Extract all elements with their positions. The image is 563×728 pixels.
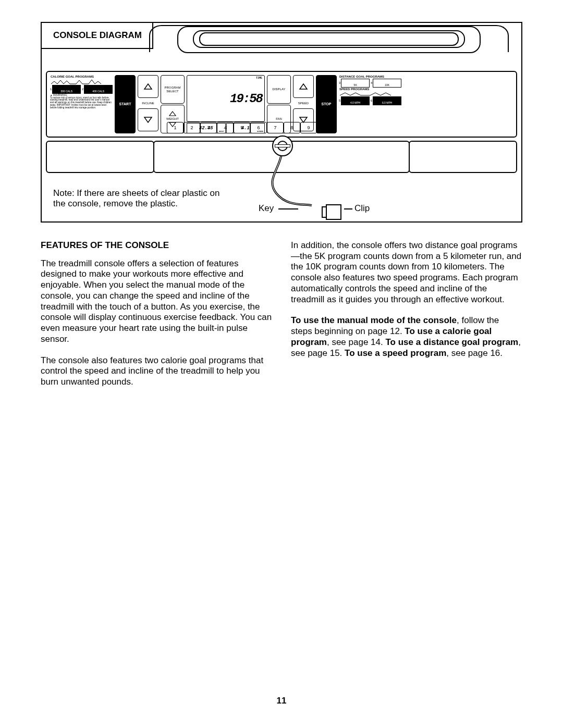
speed-profile-icon [339,92,400,96]
calorie-profile-icon [50,79,112,84]
distance-program-3[interactable]: 3 5K [339,79,370,87]
safety-clip-icon [322,203,344,219]
body-paragraph-3: In addition, the console offers two dist… [291,240,522,305]
calorie-heading: CALORIE GOAL PROGRAMS [50,75,113,78]
calorie-program-1[interactable]: 1 300 CALS [50,85,81,93]
svg-marker-1 [144,117,152,122]
page-number: 11 [0,696,563,706]
features-heading: FEATURES OF THE CONSOLE [41,240,272,251]
calorie-goal-block: CALORIE GOAL PROGRAMS 1 300 CALS 2 400 C… [50,75,113,133]
plastic-note-text: Note: If there are sheets of clear plast… [53,188,230,209]
speed-programs-heading: SPEED PROGRAMS [339,88,401,91]
warning-text: ▲ WARNING: To reduce risk of serious inj… [50,94,113,109]
quick-speed-3[interactable]: 3 [200,122,217,133]
safety-key-socket[interactable] [272,135,293,156]
body-columns: FEATURES OF THE CONSOLE The treadmill co… [41,240,522,398]
distance-program-4[interactable]: 4 10K [371,79,401,87]
lcd-time: TIME 19:58 [187,75,265,122]
start-button[interactable]: START [115,75,136,133]
incline-down-button[interactable] [138,108,158,131]
calorie-program-2[interactable]: 2 400 CALS [82,85,113,93]
quick-speed-4[interactable]: 4 [217,122,234,133]
console-top-outline [141,25,517,74]
console-diagram-box: CONSOLE DIAGRAM CALORIE GOAL PROGRAMS 1 … [41,22,522,223]
quick-speed-6[interactable]: 6 [250,122,267,133]
body-paragraph-2: The console also features two calorie go… [41,355,272,388]
speed-label: SPEED [293,99,314,107]
incline-controls: INCLINE [138,75,158,133]
program-select-button[interactable]: PROGRAM SELECT [161,75,185,104]
speed-program-6[interactable]: 6 6.0 MPH [371,97,401,104]
quick-speed-row: 1 2 3 4 5 6 7 8 9 10MPH [167,122,334,133]
distance-goal-block: DISTANCE GOAL PROGRAMS 3 5K 4 10K SPEED … [339,75,401,133]
body-paragraph-1: The treadmill console offers a selection… [41,258,272,345]
key-callout-label: Key [259,203,274,214]
diagram-title: CONSOLE DIAGRAM [41,22,153,49]
distance-heading: DISTANCE GOAL PROGRAMS [339,75,401,78]
quick-speed-8[interactable]: 8 [284,122,300,133]
quick-speed-2[interactable]: 2 [183,122,200,133]
clip-callout-label: Clip [354,203,370,214]
body-paragraph-4: To use the manual mode of the console, f… [291,315,522,359]
clip-callout-line [344,208,352,209]
quick-speed-5[interactable]: 5 [234,122,250,133]
up-arrow-icon [143,83,153,90]
quick-speed-7[interactable]: 7 [267,122,284,133]
display-button[interactable]: DISPLAY [267,75,291,104]
quick-speed-9[interactable]: 9 [300,122,317,133]
quick-speed-10[interactable]: 10MPH [317,122,334,133]
quick-speed-1[interactable]: 1 [167,122,183,133]
svg-marker-2 [169,112,176,116]
key-callout-line [278,208,298,209]
right-column: In addition, the console offers two dist… [291,240,522,398]
svg-marker-0 [144,84,152,89]
incline-up-button[interactable] [138,75,158,98]
left-column: FEATURES OF THE CONSOLE The treadmill co… [41,240,272,398]
up-arrow-icon [299,83,308,90]
svg-marker-4 [300,84,307,89]
down-arrow-icon [143,116,153,124]
console-panel: CALORIE GOAL PROGRAMS 1 300 CALS 2 400 C… [46,71,517,138]
incline-label: INCLINE [138,99,158,107]
speed-program-5[interactable]: 5 4.0 MPH [339,97,370,104]
up-arrow-icon [169,111,176,116]
speed-up-button[interactable] [293,75,314,98]
